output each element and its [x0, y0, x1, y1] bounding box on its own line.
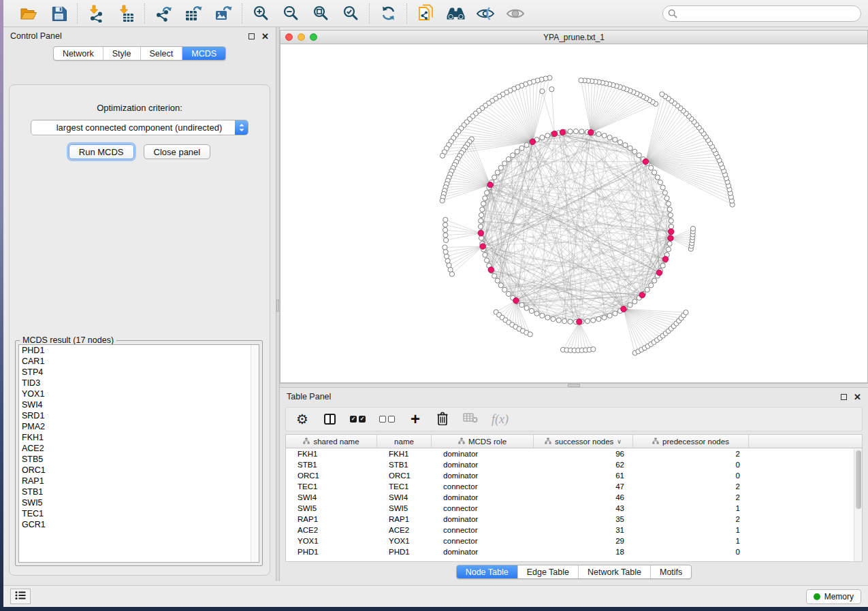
network-node[interactable] [449, 271, 454, 276]
tab-edge-table[interactable]: Edge Table [517, 565, 578, 578]
show-column-panel-button[interactable] [323, 411, 336, 427]
tab-motifs[interactable]: Motifs [650, 565, 691, 578]
network-node[interactable] [637, 153, 641, 158]
mcds-hub-node[interactable] [530, 139, 535, 144]
network-node[interactable] [545, 133, 550, 138]
column-header-predecessor-nodes[interactable]: predecessor nodes [633, 435, 749, 448]
network-node[interactable] [495, 170, 500, 175]
network-node[interactable] [660, 185, 665, 190]
table-row[interactable]: RAP1RAP1dominator352 [286, 514, 862, 525]
network-node[interactable] [591, 347, 596, 352]
scrollbar-thumb[interactable] [856, 450, 861, 509]
select-all-columns-button[interactable]: ✓✓ [350, 411, 366, 427]
close-panel-icon[interactable]: ✕ [854, 394, 861, 400]
network-node[interactable] [652, 170, 657, 175]
network-node[interactable] [664, 196, 669, 201]
export-network-button[interactable] [154, 4, 173, 23]
mcds-hub-node[interactable] [487, 182, 493, 187]
network-node[interactable] [551, 316, 556, 321]
mcds-result-item[interactable]: TID3 [19, 378, 259, 389]
network-node[interactable] [478, 224, 483, 229]
network-node[interactable] [483, 196, 487, 201]
mcds-hub-node[interactable] [621, 306, 626, 312]
vertical-splitter[interactable] [276, 27, 280, 581]
network-node[interactable] [628, 303, 632, 308]
column-header-shared-name[interactable]: shared name [286, 435, 377, 448]
memory-button[interactable]: Memory [806, 589, 861, 604]
network-node[interactable] [483, 252, 487, 257]
tab-select[interactable]: Select [140, 47, 182, 60]
mcds-result-item[interactable]: TEC1 [19, 508, 259, 519]
refresh-layout-button[interactable] [379, 4, 398, 23]
network-node[interactable] [443, 227, 447, 232]
export-table-button[interactable] [184, 4, 203, 23]
network-node[interactable] [669, 218, 673, 223]
network-node[interactable] [479, 218, 483, 223]
float-panel-icon[interactable] [248, 33, 255, 39]
table-scrollbar[interactable] [854, 449, 862, 561]
network-node[interactable] [443, 233, 448, 237]
table-row[interactable]: SWI4SWI4dominator462 [286, 492, 862, 503]
network-node[interactable] [506, 291, 511, 296]
search-input[interactable] [662, 5, 861, 22]
column-header-MCDS-role[interactable]: MCDS role [432, 435, 534, 448]
network-node[interactable] [480, 207, 485, 212]
table-row[interactable]: ACE2ACE2connector311 [286, 525, 862, 535]
add-column-button[interactable]: + [408, 411, 422, 427]
tab-network-table[interactable]: Network Table [578, 565, 650, 578]
network-node[interactable] [660, 263, 665, 268]
deselect-all-columns-button[interactable] [379, 411, 395, 427]
network-node[interactable] [649, 283, 654, 288]
mcds-hub-node[interactable] [588, 130, 594, 135]
network-node[interactable] [613, 311, 617, 316]
network-node[interactable] [495, 278, 500, 283]
network-node[interactable] [684, 310, 688, 315]
network-node[interactable] [579, 78, 583, 83]
mcds-result-item[interactable]: PHD1 [19, 345, 259, 356]
mcds-hub-node[interactable] [662, 257, 668, 262]
network-node[interactable] [443, 250, 448, 254]
zoom-fit-button[interactable] [311, 4, 330, 23]
network-node[interactable] [529, 308, 534, 313]
zoom-selected-button[interactable] [341, 4, 360, 23]
network-node[interactable] [667, 242, 672, 246]
network-node[interactable] [444, 254, 449, 259]
network-node[interactable] [502, 161, 507, 166]
network-node[interactable] [440, 153, 445, 158]
network-node[interactable] [579, 129, 584, 134]
network-node[interactable] [655, 175, 660, 180]
mcds-result-list[interactable]: PHD1CAR1STP4TID3YOX1SWI4SRD1PMA2FKH1ACE2… [18, 344, 259, 563]
network-node[interactable] [443, 237, 448, 242]
mcds-hub-node[interactable] [480, 244, 485, 249]
network-node[interactable] [440, 198, 445, 203]
network-node[interactable] [540, 88, 545, 93]
network-node[interactable] [613, 137, 617, 142]
network-node[interactable] [545, 315, 550, 320]
network-node[interactable] [607, 313, 612, 318]
close-panel-icon[interactable]: ✕ [261, 33, 269, 39]
mcds-result-item[interactable]: SWI4 [19, 399, 259, 410]
hide-graphics-detail-button[interactable] [476, 4, 495, 23]
float-panel-icon[interactable] [841, 394, 847, 400]
network-node[interactable] [596, 131, 601, 136]
close-panel-button[interactable]: Close panel [144, 144, 211, 159]
table-row[interactable]: TEC1TEC1connector472 [286, 481, 862, 492]
network-node[interactable] [649, 165, 654, 170]
mcds-hub-node[interactable] [488, 267, 494, 272]
table-row[interactable]: STB1STB1dominator620 [286, 459, 862, 470]
network-node[interactable] [652, 278, 657, 283]
mcds-hub-node[interactable] [560, 129, 565, 135]
save-session-button[interactable] [49, 4, 68, 23]
mcds-hub-node[interactable] [513, 298, 519, 303]
mcds-result-item[interactable]: ORC1 [19, 465, 259, 476]
mcds-result-item[interactable]: YOX1 [19, 389, 259, 399]
mcds-result-item[interactable]: STB1 [19, 486, 259, 497]
mcds-result-item[interactable]: STP4 [19, 367, 259, 378]
network-node[interactable] [660, 92, 664, 97]
import-network-button[interactable] [86, 4, 106, 23]
table-row[interactable]: PHD1PHD1dominator180 [286, 546, 862, 557]
network-node[interactable] [591, 318, 596, 323]
network-node[interactable] [658, 180, 662, 184]
network-node[interactable] [479, 213, 483, 218]
network-node[interactable] [669, 224, 673, 229]
